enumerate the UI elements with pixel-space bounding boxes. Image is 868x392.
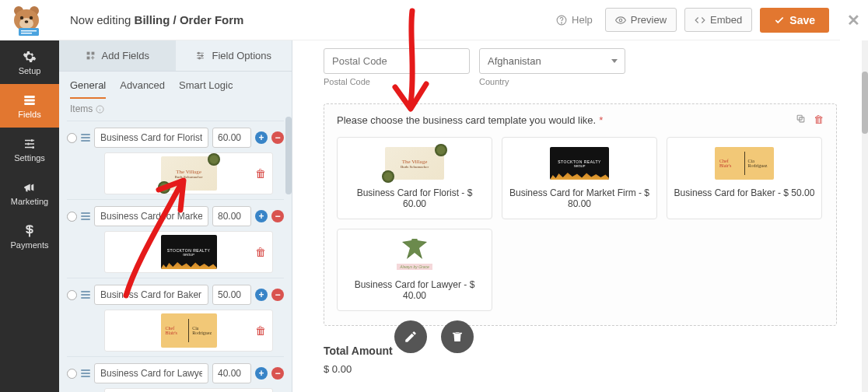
now-editing-prefix: Now editing — [70, 13, 135, 26]
svg-point-5 — [30, 16, 33, 19]
drag-handle-icon[interactable] — [81, 134, 90, 142]
panel-scrollbar[interactable] — [285, 117, 292, 194]
svg-point-17 — [27, 142, 30, 145]
list-item: + − Always by Grace — [67, 356, 284, 392]
form-icon — [22, 93, 37, 107]
chooser-label: Please choose the business card template… — [337, 114, 596, 126]
svg-point-6 — [25, 20, 29, 23]
tab-add-fields[interactable]: Add Fields — [59, 40, 176, 72]
thumb-florist: The VillageBuds Schumacher — [161, 156, 217, 191]
item-radio[interactable] — [67, 290, 77, 300]
eye-icon — [615, 15, 626, 26]
app-logo — [8, 3, 45, 36]
embed-button[interactable]: Embed — [684, 8, 752, 32]
item-thumbnail-row: Chef Blair'sCia Rodriguez 🗑 — [104, 310, 273, 352]
duplicate-field-icon[interactable] — [796, 114, 806, 126]
template-option-baker[interactable]: Chef Blair'sCia Rodriguez Business Card … — [667, 137, 822, 219]
preview-scrollbar[interactable] — [862, 40, 868, 392]
item-price-input[interactable] — [212, 285, 251, 305]
svg-point-12 — [619, 19, 622, 22]
nav-fields[interactable]: Fields — [0, 84, 59, 128]
items-scroll[interactable]: + − The VillageBuds Schumacher 🗑 + − STO… — [59, 121, 292, 392]
svg-point-22 — [198, 52, 200, 54]
remove-item-button[interactable]: − — [271, 131, 284, 144]
template-option-lawyer[interactable]: Always by Grace Business Card for Lawyer… — [337, 229, 492, 311]
help-link[interactable]: Help — [551, 9, 597, 30]
template-option-market[interactable]: STOCKTON REALTYGROUP Business Card for M… — [502, 137, 657, 219]
nav-label: Setup — [19, 66, 41, 75]
item-price-input[interactable] — [212, 363, 251, 383]
item-name-input[interactable] — [94, 128, 208, 148]
country-select[interactable]: Afghanistan — [479, 48, 625, 74]
edit-field-button[interactable] — [394, 320, 427, 353]
subtab-general[interactable]: General — [70, 79, 106, 99]
item-name-input[interactable] — [94, 285, 208, 305]
save-button[interactable]: Save — [760, 8, 829, 33]
required-asterisk: * — [599, 114, 603, 126]
postal-code-input[interactable] — [324, 48, 470, 74]
nav-settings[interactable]: Settings — [0, 128, 59, 171]
dollar-icon — [22, 224, 37, 238]
item-radio[interactable] — [67, 212, 77, 222]
remove-item-button[interactable]: − — [271, 210, 284, 222]
delete-image-icon[interactable]: 🗑 — [255, 246, 266, 258]
trash-icon — [450, 330, 464, 344]
subtab-advanced[interactable]: Advanced — [120, 79, 165, 99]
form-title: Billing / Order Form — [135, 13, 244, 26]
pencil-icon — [404, 330, 418, 344]
svg-rect-15 — [24, 103, 35, 105]
template-option-florist[interactable]: The VillageBuds Schumacher Business Card… — [337, 137, 492, 219]
fields-panel: Add Fields Field Options General Advance… — [59, 40, 292, 392]
drag-handle-icon[interactable] — [81, 212, 90, 220]
postal-sublabel: Postal Code — [324, 77, 470, 86]
nav-label: Marketing — [11, 197, 48, 206]
trash-field-button[interactable] — [441, 320, 474, 353]
svg-rect-19 — [86, 52, 89, 55]
preview-button[interactable]: Preview — [605, 8, 677, 32]
thumb-baker: Chef Blair'sCia Rodriguez — [161, 313, 217, 348]
tab-field-options[interactable]: Field Options — [176, 40, 292, 72]
delete-image-icon[interactable]: 🗑 — [255, 324, 266, 337]
svg-point-24 — [199, 58, 201, 59]
svg-rect-13 — [24, 96, 35, 98]
add-item-button[interactable]: + — [255, 289, 268, 301]
item-price-input[interactable] — [212, 206, 251, 226]
svg-point-23 — [201, 54, 203, 56]
nav-setup[interactable]: Setup — [0, 40, 59, 84]
sliders-icon — [22, 137, 37, 151]
svg-rect-7 — [19, 28, 39, 36]
nav-marketing[interactable]: Marketing — [0, 171, 59, 215]
svg-point-16 — [31, 139, 33, 142]
remove-item-button[interactable]: − — [271, 289, 284, 301]
drag-handle-icon[interactable] — [81, 369, 90, 377]
close-button[interactable]: ✕ — [847, 11, 860, 30]
nav-label: Settings — [14, 153, 45, 163]
item-name-input[interactable] — [94, 363, 208, 383]
total-value: $ 0.00 — [324, 363, 837, 375]
grid-add-icon — [86, 51, 96, 61]
nav-payments[interactable]: Payments — [0, 215, 59, 258]
list-item: + − Chef Blair'sCia Rodriguez 🗑 — [67, 278, 284, 356]
add-item-button[interactable]: + — [255, 367, 268, 380]
items-label: Items — [59, 99, 292, 121]
subtab-smart-logic[interactable]: Smart Logic — [179, 79, 233, 99]
svg-point-11 — [562, 23, 562, 23]
item-thumbnail-row: Always by Grace — [104, 388, 273, 392]
floating-field-actions — [394, 320, 474, 353]
options-icon — [195, 51, 205, 61]
delete-image-icon[interactable]: 🗑 — [255, 167, 266, 180]
thumb-market: STOCKTON REALTYGROUP — [161, 235, 217, 269]
item-name-input[interactable] — [94, 206, 208, 226]
item-price-input[interactable] — [212, 128, 251, 148]
list-item: + − STOCKTON REALTYGROUP 🗑 — [67, 199, 284, 278]
item-radio[interactable] — [67, 369, 77, 379]
add-item-button[interactable]: + — [255, 210, 268, 222]
tab-label: Add Fields — [102, 50, 149, 61]
item-radio[interactable] — [67, 133, 77, 143]
delete-field-icon[interactable]: 🗑 — [814, 114, 824, 126]
remove-item-button[interactable]: − — [271, 367, 284, 380]
item-thumbnail-row: The VillageBuds Schumacher 🗑 — [104, 152, 273, 194]
add-item-button[interactable]: + — [255, 131, 268, 144]
drag-handle-icon[interactable] — [81, 291, 90, 299]
template-chooser-field[interactable]: Please choose the business card template… — [324, 103, 837, 326]
